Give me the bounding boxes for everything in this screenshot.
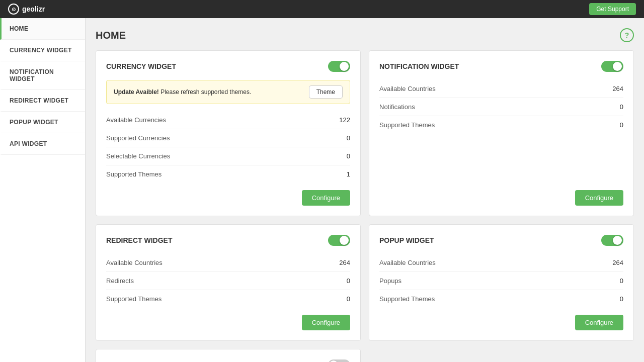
stat-label: Supported Themes	[106, 295, 162, 303]
currency-widget-title: CURRENCY WIDGET	[106, 62, 176, 70]
popup-widget-header: POPUP WIDGET	[379, 235, 623, 246]
stat-value: 0	[347, 134, 350, 142]
stat-value: 264	[612, 259, 623, 266]
topbar: ⊙ geolizr Get Support	[0, 0, 644, 18]
logo: ⊙ geolizr	[8, 4, 45, 15]
stat-value: 0	[620, 121, 623, 129]
currency-widget-header: CURRENCY WIDGET	[106, 61, 350, 72]
notification-widget-toggle[interactable]	[601, 61, 623, 72]
stat-label: Redirects	[106, 277, 134, 285]
redirect-widget-card: REDIRECT WIDGET Available Countries 264 …	[96, 224, 361, 341]
stat-row: Available Countries 264	[379, 254, 623, 272]
stat-row: Supported Themes 1	[106, 165, 350, 183]
currency-configure-button[interactable]: Configure	[302, 190, 350, 206]
alert-message: Update Avaible! Please refresh supported…	[114, 88, 251, 96]
sidebar-item-popup-widget[interactable]: POPUP WIDGET	[0, 112, 85, 133]
api-widget-header: API WIDGET	[106, 359, 350, 362]
stat-row: Available Countries 264	[106, 254, 350, 272]
notification-widget-header: NOTIFICATION WIDGET	[379, 61, 623, 72]
redirect-configure-button[interactable]: Configure	[302, 315, 350, 330]
stat-value: 264	[612, 85, 623, 93]
stat-value: 0	[620, 277, 623, 285]
popup-configure-row: Configure	[379, 315, 623, 330]
stat-label: Supported Themes	[379, 121, 435, 129]
notification-widget-title: NOTIFICATION WIDGET	[379, 62, 459, 70]
stat-row: Redirects 0	[106, 272, 350, 290]
redirect-stats: Available Countries 264 Redirects 0 Supp…	[106, 254, 350, 308]
stat-label: Notifications	[379, 103, 415, 111]
popup-widget-title: POPUP WIDGET	[379, 236, 434, 244]
stat-label: Supported Currencies	[106, 134, 170, 142]
widgets-grid: CURRENCY WIDGET Update Avaible! Please r…	[96, 50, 634, 362]
logo-text: geolizr	[22, 5, 45, 13]
logo-icon: ⊙	[8, 4, 19, 15]
stat-label: Available Currencies	[106, 116, 166, 124]
help-icon[interactable]: ?	[620, 28, 634, 42]
stat-value: 0	[620, 295, 623, 303]
layout: HOME CURRENCY WIDGET NOTIFICATION WIDGET…	[0, 18, 644, 362]
theme-button[interactable]: Theme	[309, 85, 343, 99]
stat-row: Supported Themes 0	[379, 116, 623, 134]
main-content: HOME ? CURRENCY WIDGET Update Avaible! P	[86, 18, 644, 362]
popup-stats: Available Countries 264 Popups 0 Support…	[379, 254, 623, 308]
currency-widget-card: CURRENCY WIDGET Update Avaible! Please r…	[96, 50, 361, 216]
stat-label: Supported Themes	[379, 295, 435, 303]
stat-row: Selectable Currencies 0	[106, 147, 350, 165]
notification-widget-card: NOTIFICATION WIDGET Available Countries …	[369, 50, 634, 216]
page-title: HOME	[96, 30, 126, 41]
stat-label: Popups	[379, 277, 401, 285]
redirect-widget-header: REDIRECT WIDGET	[106, 235, 350, 246]
stat-row: Supported Themes 0	[106, 290, 350, 308]
get-support-button[interactable]: Get Support	[589, 3, 636, 15]
stat-value: 264	[339, 259, 350, 266]
stat-label: Supported Themes	[106, 170, 162, 178]
currency-widget-alert: Update Avaible! Please refresh supported…	[106, 80, 350, 104]
page-header: HOME ?	[96, 28, 634, 42]
sidebar-item-notification-widget[interactable]: NOTIFICATION WIDGET	[0, 61, 85, 90]
stat-value: 1	[347, 170, 350, 178]
stat-row: Available Countries 264	[379, 80, 623, 98]
popup-configure-button[interactable]: Configure	[575, 315, 623, 330]
notification-stats: Available Countries 264 Notifications 0 …	[379, 80, 623, 183]
notification-configure-row: Configure	[379, 190, 623, 206]
sidebar-item-redirect-widget[interactable]: REDIRECT WIDGET	[0, 90, 85, 112]
sidebar-item-currency-widget[interactable]: CURRENCY WIDGET	[0, 40, 85, 61]
redirect-configure-row: Configure	[106, 315, 350, 330]
currency-widget-toggle[interactable]	[328, 61, 350, 72]
redirect-widget-toggle[interactable]	[328, 235, 350, 246]
stat-row: Available Currencies 122	[106, 111, 350, 129]
stat-value: 0	[347, 152, 350, 160]
stat-row: Popups 0	[379, 272, 623, 290]
stat-value: 122	[339, 116, 350, 124]
sidebar-item-home[interactable]: HOME	[0, 18, 85, 40]
notification-configure-button[interactable]: Configure	[575, 190, 623, 206]
stat-row: Supported Themes 0	[379, 290, 623, 308]
popup-widget-toggle[interactable]	[601, 235, 623, 246]
alert-bold: Update Avaible!	[114, 88, 159, 96]
stat-value: 0	[620, 103, 623, 111]
api-widget-toggle[interactable]	[328, 359, 350, 362]
redirect-widget-title: REDIRECT WIDGET	[106, 236, 172, 244]
stat-label: Selectable Currencies	[106, 152, 170, 160]
currency-configure-row: Configure	[106, 190, 350, 206]
stat-label: Available Countries	[106, 259, 163, 266]
stat-label: Available Countries	[379, 85, 436, 93]
sidebar: HOME CURRENCY WIDGET NOTIFICATION WIDGET…	[0, 18, 86, 362]
alert-text: Please refresh supported themes.	[159, 88, 251, 96]
currency-stats: Available Currencies 122 Supported Curre…	[106, 111, 350, 183]
stat-row: Supported Currencies 0	[106, 129, 350, 147]
stat-value: 0	[347, 277, 350, 285]
sidebar-item-api-widget[interactable]: API WIDGET	[0, 133, 85, 155]
stat-value: 0	[347, 295, 350, 303]
stat-row: Notifications 0	[379, 98, 623, 116]
api-widget-card: API WIDGET	[96, 349, 361, 362]
stat-label: Available Countries	[379, 259, 436, 266]
popup-widget-card: POPUP WIDGET Available Countries 264 Pop…	[369, 224, 634, 341]
